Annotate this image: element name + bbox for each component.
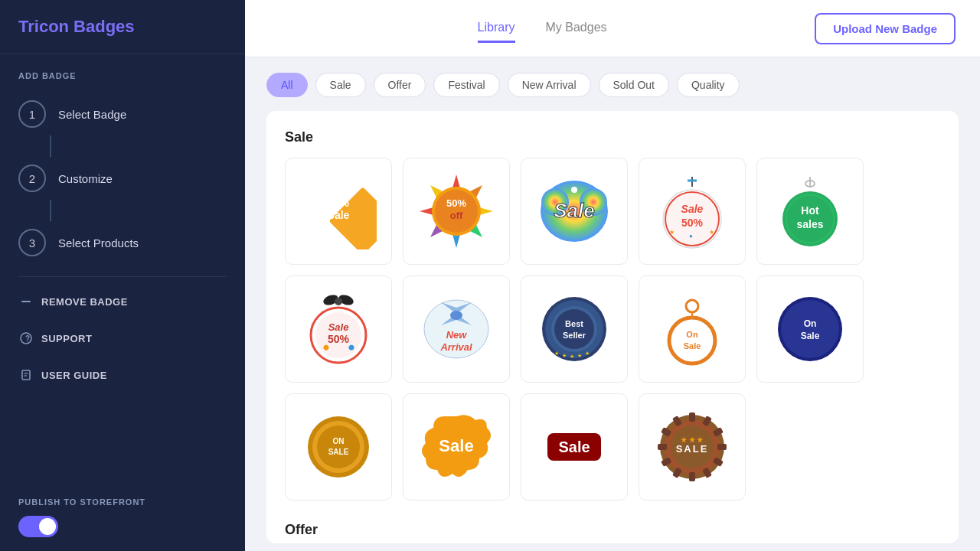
filter-offer[interactable]: Offer [374,73,426,97]
filter-sold-out[interactable]: Sold Out [599,73,669,97]
user-guide-icon [18,367,34,383]
upload-new-badge-button[interactable]: Upload New Badge [815,13,956,44]
svg-text:On: On [686,330,698,339]
svg-text:Sale: Sale [684,341,701,350]
filter-all[interactable]: All [266,73,308,97]
badge-scroll-area[interactable]: Sale 50% Sale [266,111,959,543]
step-1-label: Select Badge [58,108,126,121]
svg-text:Best: Best [565,319,583,328]
toggle-knob [39,518,56,535]
step-1-circle: 1 [18,100,46,128]
svg-point-68 [686,300,698,312]
svg-point-54 [450,311,462,320]
badge-sale-2[interactable]: 50% off [403,158,510,265]
sale-badge-grid: 50% Sale [285,158,940,500]
svg-text:★: ★ [562,353,567,358]
svg-point-44 [335,298,342,305]
svg-text:★: ★ [554,350,559,356]
support-icon: ? [18,331,34,346]
divider-1 [18,276,227,277]
svg-point-74 [781,300,839,358]
svg-text:⬤: ⬤ [348,344,354,350]
sidebar-steps: 1 Select Badge 2 Customize 3 Select Prod… [0,86,245,270]
svg-marker-13 [452,234,460,248]
svg-text:★: ★ [577,353,582,358]
svg-text:Sale: Sale [328,209,350,221]
step-3[interactable]: 3 Select Products [18,221,227,264]
publish-section: PUBLISH TO STOREFRONT [0,484,245,551]
badge-sale-12[interactable]: Sale [403,393,510,500]
content-area: All Sale Offer Festival New Arrival Sold… [245,57,980,551]
svg-text:Sale: Sale [681,203,704,215]
svg-text:★: ★ [669,229,675,236]
svg-text:★: ★ [709,229,714,236]
add-badge-label: ADD BADGE [0,54,245,86]
svg-text:SALE: SALE [676,443,709,455]
step-3-label: Select Products [58,236,139,249]
section-title-offer: Offer [285,522,940,538]
support-action[interactable]: ? SUPPORT [0,320,245,357]
svg-rect-3 [22,370,30,380]
remove-badge-action[interactable]: REMOVE BADGE [0,283,245,320]
svg-rect-87 [689,412,695,422]
support-label: SUPPORT [41,333,92,344]
svg-point-79 [317,425,360,468]
filter-new-arrival[interactable]: New Arrival [508,73,591,97]
tab-my-badges[interactable]: My Badges [546,15,607,43]
step-2[interactable]: 2 Customize [18,157,227,200]
svg-text:Arrival: Arrival [439,341,472,353]
filter-festival[interactable]: Festival [433,73,499,97]
svg-text:★: ★ [585,350,590,356]
badge-sale-13[interactable]: Sale [521,393,628,500]
user-guide-label: USER GUIDE [41,370,107,381]
main-content: Library My Badges Upload New Badge All S… [245,0,980,551]
svg-text:Sale: Sale [328,321,349,333]
user-guide-action[interactable]: USER GUIDE [0,357,245,393]
badge-sale-1[interactable]: 50% Sale [285,158,392,265]
svg-text:50%: 50% [446,197,466,209]
svg-text:50%: 50% [328,197,350,209]
step-2-label: Customize [58,172,113,185]
svg-text:New: New [446,329,468,341]
topbar: Library My Badges Upload New Badge [245,0,980,57]
sidebar: Tricon Badges ADD BADGE 1 Select Badge 2… [0,0,245,551]
svg-text:50%: 50% [328,333,350,345]
svg-point-70 [669,318,715,364]
svg-text:Seller: Seller [563,331,586,340]
svg-rect-90 [717,444,727,450]
remove-badge-label: REMOVE BADGE [41,296,128,308]
step-1[interactable]: 1 Select Badge [18,93,227,135]
badge-sale-10[interactable]: On Sale [756,276,864,383]
svg-text:Hot: Hot [801,204,819,217]
svg-text:Sale: Sale [558,439,590,455]
step-connector-2 [50,200,51,221]
badge-sale-8[interactable]: Best Seller ★ ★ ★ ★ ★ [521,276,628,383]
badge-sale-11[interactable]: ON SALE [285,393,392,500]
svg-point-25 [571,187,577,193]
svg-marker-11 [479,207,493,215]
svg-marker-15 [420,207,433,215]
badge-sale-4[interactable]: Sale 50% ★ ★ ● [639,158,746,265]
svg-text:ON: ON [333,437,345,445]
tab-library[interactable]: Library [478,15,515,43]
badge-sale-5[interactable]: Hot sales [756,158,864,265]
svg-text:★: ★ [570,354,574,359]
filter-row: All Sale Offer Festival New Arrival Sold… [266,73,959,97]
publish-toggle[interactable] [18,516,58,537]
svg-text:off: off [450,210,463,221]
svg-text:Sale: Sale [801,331,820,341]
badge-sale-3[interactable]: Sale [521,158,628,265]
tab-bar: Library My Badges [270,15,815,43]
badge-sale-9[interactable]: On Sale [639,276,746,383]
svg-text:?: ? [25,334,31,343]
filter-sale[interactable]: Sale [315,73,366,97]
svg-text:●: ● [689,233,693,240]
badge-sale-7[interactable]: New Arrival [403,276,510,383]
step-3-circle: 3 [18,229,46,256]
remove-badge-icon [18,294,34,309]
step-connector-1 [50,135,51,157]
badge-sale-14[interactable]: ★ ★ ★ SALE [639,393,746,500]
filter-quality[interactable]: Quality [677,73,740,97]
badge-sale-6[interactable]: Sale 50% ⬤ ⬤ [285,276,392,383]
svg-text:On: On [804,318,817,329]
